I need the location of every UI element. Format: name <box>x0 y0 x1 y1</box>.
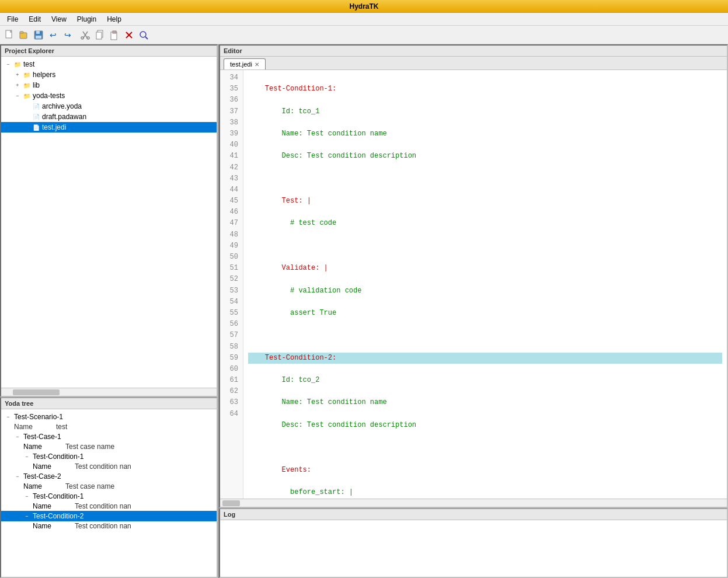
editor-hscroll-thumb[interactable] <box>222 500 240 506</box>
yoda-tree-header: Yoda tree <box>1 398 217 409</box>
project-explorer-header: Project Explorer <box>1 46 217 57</box>
search-button[interactable] <box>137 28 151 42</box>
tree-label-test: test <box>23 60 34 68</box>
menu-plugin[interactable]: Plugin <box>72 14 101 25</box>
folder-icon-yoda: 📁 <box>22 91 32 100</box>
expand-testjedi <box>22 123 32 132</box>
code-line-50 <box>248 442 722 453</box>
yoda-item-cond2-2-name[interactable]: Name Test condition nan <box>1 521 217 531</box>
project-explorer: Project Explorer − 📁 test + 📁 helpers + … <box>0 44 218 397</box>
paste-button[interactable] <box>107 28 121 42</box>
tree-item-lib[interactable]: + 📁 lib <box>1 80 217 90</box>
editor: Editor test.jedi ✕ 34 35 36 37 38 39 40 … <box>219 44 728 508</box>
toolbar: ↩ ↪ <box>0 26 728 44</box>
code-line-46: Test-Condition-2: <box>248 353 722 364</box>
tree-item-archive[interactable]: 📄 archive.yoda <box>1 101 217 112</box>
code-line-35: Id: tco_1 <box>248 106 722 117</box>
file-icon-testjedi: 📄 <box>32 123 41 132</box>
svg-point-8 <box>81 37 83 39</box>
yoda-item-case2[interactable]: − Test-Case-2 <box>1 471 217 482</box>
tab-label-testjedi: test.jedi <box>230 61 252 68</box>
log-panel: Log <box>219 508 728 578</box>
undo-button[interactable]: ↩ <box>46 28 60 42</box>
yoda-tree: Yoda tree − Test-Scenario-1 Name test − … <box>0 397 218 578</box>
code-line-49: Desc: Test condition description <box>248 420 722 431</box>
menu-file[interactable]: File <box>2 14 23 25</box>
menu-edit[interactable]: Edit <box>24 14 46 25</box>
code-line-48: Name: Test condition name <box>248 397 722 408</box>
yoda-item-cond2-1[interactable]: − Test-Condition-1 <box>1 491 217 502</box>
log-content <box>220 520 727 577</box>
left-panel: Project Explorer − 📁 test + 📁 helpers + … <box>0 44 219 578</box>
svg-point-9 <box>87 37 89 39</box>
right-panel: Editor test.jedi ✕ 34 35 36 37 38 39 40 … <box>219 44 728 578</box>
menu-help[interactable]: Help <box>102 14 126 25</box>
code-line-45 <box>248 330 722 341</box>
tree-item-draft[interactable]: 📄 draft.padawan <box>1 112 217 122</box>
tree-label-testjedi: test.jedi <box>42 123 66 131</box>
code-line-51: Events: <box>248 465 722 476</box>
editor-tab-testjedi[interactable]: test.jedi ✕ <box>224 58 266 69</box>
tree-label-helpers: helpers <box>33 71 55 79</box>
tree-item-helpers[interactable]: + 📁 helpers <box>1 69 217 80</box>
yoda-item-scenario1-name[interactable]: Name test <box>1 422 217 431</box>
main-layout: Project Explorer − 📁 test + 📁 helpers + … <box>0 44 728 578</box>
folder-icon: 📁 <box>13 60 22 69</box>
svg-rect-5 <box>36 36 41 39</box>
menu-bar: File Edit View Plugin Help <box>0 13 728 26</box>
log-header: Log <box>220 509 727 520</box>
redo-button[interactable]: ↪ <box>61 28 75 42</box>
project-tree-content: − 📁 test + 📁 helpers + 📁 lib − 📁 <box>1 57 217 388</box>
cut-button[interactable] <box>78 28 92 42</box>
code-line-42: Validate: | <box>248 263 722 274</box>
svg-rect-11 <box>96 32 102 39</box>
delete-button[interactable] <box>122 28 136 42</box>
yoda-item-case1[interactable]: − Test-Case-1 <box>1 431 217 442</box>
expand-helpers[interactable]: + <box>13 70 22 79</box>
svg-point-16 <box>140 32 146 37</box>
yoda-item-cond1-1-name[interactable]: Name Test condition nan <box>1 462 217 471</box>
menu-view[interactable]: View <box>47 14 71 25</box>
expand-yoda-tests[interactable]: − <box>13 91 22 100</box>
copy-button[interactable] <box>93 28 107 42</box>
code-line-44: assert True <box>248 308 722 319</box>
tree-item-yoda-tests[interactable]: − 📁 yoda-tests <box>1 90 217 101</box>
yoda-item-cond2-1-name[interactable]: Name Test condition nan <box>1 502 217 511</box>
save-button[interactable] <box>32 28 46 42</box>
code-line-52: before_start: | <box>248 487 722 498</box>
yoda-item-cond2-2[interactable]: − Test-Condition-2 <box>1 511 217 521</box>
tree-label-lib: lib <box>33 81 40 89</box>
yoda-item-scenario1[interactable]: − Test-Scenario-1 <box>1 412 217 422</box>
project-hscroll[interactable] <box>1 388 217 396</box>
code-line-37: Desc: Test condition description <box>248 151 722 162</box>
svg-rect-2 <box>20 32 23 33</box>
title-bar: HydraTK <box>0 0 728 13</box>
project-hscroll-thumb[interactable] <box>13 389 60 395</box>
editor-hscroll[interactable] <box>220 499 727 507</box>
expand-test[interactable]: − <box>4 60 13 69</box>
expand-lib[interactable]: + <box>13 81 22 90</box>
code-line-47: Id: tco_2 <box>248 375 722 386</box>
tree-label-draft: draft.padawan <box>42 113 86 121</box>
editor-tabs: test.jedi ✕ <box>220 57 727 70</box>
new-file-button[interactable] <box>2 28 16 42</box>
tree-item-testjedi[interactable]: 📄 test.jedi <box>1 122 217 133</box>
expand-archive <box>22 102 32 111</box>
code-line-43: # validation code <box>248 285 722 297</box>
svg-line-17 <box>145 37 148 39</box>
code-line-36: Name: Test condition name <box>248 128 722 140</box>
file-icon-draft: 📄 <box>32 112 41 121</box>
code-line-39: Test: | <box>248 196 722 207</box>
folder-icon-lib: 📁 <box>22 81 32 90</box>
code-line-40: # test code <box>248 218 722 229</box>
svg-rect-13 <box>113 31 116 33</box>
tree-item-test[interactable]: − 📁 test <box>1 59 217 69</box>
expand-draft <box>22 112 32 121</box>
tab-close-testjedi[interactable]: ✕ <box>255 61 259 68</box>
code-content[interactable]: Test-Condition-1: Id: tco_1 Name: Test c… <box>243 70 727 499</box>
yoda-item-cond1-1[interactable]: − Test-Condition-1 <box>1 451 217 462</box>
code-line-41 <box>248 241 722 252</box>
yoda-item-case1-name[interactable]: Name Test case name <box>1 442 217 451</box>
yoda-item-case2-name[interactable]: Name Test case name <box>1 482 217 491</box>
open-button[interactable] <box>17 28 31 42</box>
